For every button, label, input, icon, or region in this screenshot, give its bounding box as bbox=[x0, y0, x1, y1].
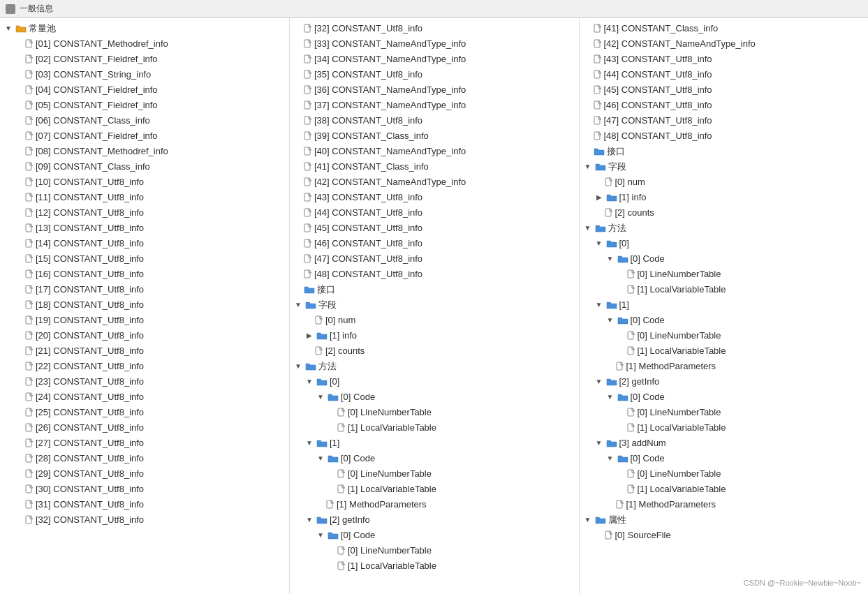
panel1-item[interactable]: [30] CONSTANT_Utf8_info bbox=[0, 482, 289, 497]
tree-row[interactable]: [0] num bbox=[290, 313, 579, 328]
tree-row[interactable]: ▼ 字段 bbox=[580, 159, 869, 175]
panel1-item[interactable]: [16] CONSTANT_Utf8_info bbox=[0, 267, 289, 282]
tree-row[interactable]: ▼ [0] Code bbox=[580, 313, 869, 328]
panel1-item[interactable]: [13] CONSTANT_Utf8_info bbox=[0, 221, 289, 236]
tree-row[interactable]: [47] CONSTANT_Utf8_info bbox=[580, 113, 869, 128]
tree-row[interactable]: ▼ 方法 bbox=[290, 359, 579, 374]
panel1-item[interactable]: [17] CONSTANT_Utf8_info bbox=[0, 282, 289, 297]
tree-row[interactable]: [42] CONSTANT_NameAndType_info bbox=[580, 36, 869, 52]
tree-root-constantpool[interactable]: ▼ 常量池 bbox=[0, 21, 289, 36]
tree-row[interactable]: [1] MethodParameters bbox=[580, 359, 869, 374]
tree-row[interactable]: ▼ [0] Code bbox=[580, 389, 869, 405]
tree-row[interactable]: [44] CONSTANT_Utf8_info bbox=[580, 67, 869, 82]
tree-row[interactable]: [1] LocalVariableTable bbox=[290, 558, 579, 574]
tree-row[interactable]: ▼ 字段 bbox=[290, 297, 579, 313]
panel1-item[interactable]: [18] CONSTANT_Utf8_info bbox=[0, 297, 289, 313]
tree-row[interactable]: [1] LocalVariableTable bbox=[290, 420, 579, 436]
panel1-item[interactable]: [15] CONSTANT_Utf8_info bbox=[0, 251, 289, 267]
tree-row[interactable]: ▼ 属性 bbox=[580, 512, 869, 528]
tree-row[interactable]: [43] CONSTANT_Utf8_info bbox=[290, 190, 579, 205]
panel1-item[interactable]: [01] CONSTANT_Methodref_info bbox=[0, 36, 289, 52]
tree-row[interactable]: ▼ [0] Code bbox=[580, 451, 869, 466]
tree-row[interactable]: [37] CONSTANT_NameAndType_info bbox=[290, 98, 579, 113]
panel1-item[interactable]: [28] CONSTANT_Utf8_info bbox=[0, 451, 289, 466]
tree-row[interactable]: ▼ [0] Code bbox=[290, 389, 579, 405]
tree-row[interactable]: [46] CONSTANT_Utf8_info bbox=[580, 98, 869, 113]
tree-row[interactable]: [32] CONSTANT_Utf8_info bbox=[290, 21, 579, 36]
panel1-item[interactable]: [24] CONSTANT_Utf8_info bbox=[0, 389, 289, 405]
tree-row[interactable]: ▼ [0] Code bbox=[580, 251, 869, 267]
tree-row[interactable]: ▼ [3] addNum bbox=[580, 436, 869, 451]
tree-row[interactable]: [1] LocalVariableTable bbox=[580, 343, 869, 359]
panel1-item[interactable]: [03] CONSTANT_String_info bbox=[0, 67, 289, 82]
panel1-item[interactable]: [27] CONSTANT_Utf8_info bbox=[0, 436, 289, 451]
panel1-item[interactable]: [20] CONSTANT_Utf8_info bbox=[0, 328, 289, 343]
tree-row[interactable]: [0] num bbox=[580, 175, 869, 190]
tree-row[interactable]: [46] CONSTANT_Utf8_info bbox=[290, 236, 579, 251]
tree-row[interactable]: [38] CONSTANT_Utf8_info bbox=[290, 113, 579, 128]
tree-row[interactable]: ▼ [1] bbox=[290, 436, 579, 451]
tree-row[interactable]: [1] LocalVariableTable bbox=[290, 482, 579, 497]
panel1-item[interactable]: [09] CONSTANT_Class_info bbox=[0, 159, 289, 175]
tree-row[interactable]: ▼ [0] Code bbox=[290, 451, 579, 466]
panel1-item[interactable]: [14] CONSTANT_Utf8_info bbox=[0, 236, 289, 251]
tree-row[interactable]: [48] CONSTANT_Utf8_info bbox=[290, 267, 579, 282]
tree-row[interactable]: [45] CONSTANT_Utf8_info bbox=[290, 221, 579, 236]
tree-row[interactable]: [1] LocalVariableTable bbox=[580, 282, 869, 297]
tree-row[interactable]: [0] LineNumberTable bbox=[580, 267, 869, 282]
panel1-item[interactable]: [08] CONSTANT_Methodref_info bbox=[0, 144, 289, 159]
tree-row[interactable]: [41] CONSTANT_Class_info bbox=[580, 21, 869, 36]
tree-row[interactable]: [34] CONSTANT_NameAndType_info bbox=[290, 52, 579, 67]
tree-row[interactable]: [0] LineNumberTable bbox=[580, 328, 869, 343]
tree-row[interactable]: ▼ [1] bbox=[580, 297, 869, 313]
panel1-item[interactable]: [31] CONSTANT_Utf8_info bbox=[0, 497, 289, 512]
tree-row[interactable]: [2] counts bbox=[580, 205, 869, 221]
tree-row[interactable]: ▼ [2] getInfo bbox=[290, 512, 579, 528]
panel1-item[interactable]: [22] CONSTANT_Utf8_info bbox=[0, 359, 289, 374]
tree-row[interactable]: [0] LineNumberTable bbox=[290, 543, 579, 558]
tree-row[interactable]: [1] MethodParameters bbox=[580, 497, 869, 512]
panel1-item[interactable]: [12] CONSTANT_Utf8_info bbox=[0, 205, 289, 221]
tree-row[interactable]: [1] LocalVariableTable bbox=[580, 420, 869, 436]
panel1-item[interactable]: [23] CONSTANT_Utf8_info bbox=[0, 374, 289, 389]
tree-row[interactable]: [47] CONSTANT_Utf8_info bbox=[290, 251, 579, 267]
panel1-item[interactable]: [26] CONSTANT_Utf8_info bbox=[0, 420, 289, 436]
tree-row[interactable]: [1] LocalVariableTable bbox=[580, 482, 869, 497]
tree-row[interactable]: [0] LineNumberTable bbox=[290, 405, 579, 420]
tree-row[interactable]: [44] CONSTANT_Utf8_info bbox=[290, 205, 579, 221]
panel1-item[interactable]: [10] CONSTANT_Utf8_info bbox=[0, 175, 289, 190]
tree-row[interactable]: ▼ [2] getInfo bbox=[580, 374, 869, 389]
panel1-item[interactable]: [06] CONSTANT_Class_info bbox=[0, 113, 289, 128]
panel1-item[interactable]: [25] CONSTANT_Utf8_info bbox=[0, 405, 289, 420]
tree-row[interactable]: ▼ 方法 bbox=[580, 221, 869, 236]
panel1-item[interactable]: [05] CONSTANT_Fieldref_info bbox=[0, 98, 289, 113]
panel1-item[interactable]: [02] CONSTANT_Fieldref_info bbox=[0, 52, 289, 67]
tree-row[interactable]: 接口 bbox=[580, 144, 869, 159]
panel1-item[interactable]: [19] CONSTANT_Utf8_info bbox=[0, 313, 289, 328]
tree-row[interactable]: [0] LineNumberTable bbox=[580, 405, 869, 420]
tree-row[interactable]: ▼ [0] bbox=[290, 374, 579, 389]
tree-row[interactable]: ▼ [0] Code bbox=[290, 528, 579, 543]
tree-row[interactable]: [42] CONSTANT_NameAndType_info bbox=[290, 175, 579, 190]
tree-row[interactable]: [43] CONSTANT_Utf8_info bbox=[580, 52, 869, 67]
tree-row[interactable]: [41] CONSTANT_Class_info bbox=[290, 159, 579, 175]
tree-row[interactable]: [48] CONSTANT_Utf8_info bbox=[580, 128, 869, 144]
tree-row[interactable]: ▶ [1] info bbox=[580, 190, 869, 205]
panel1-item[interactable]: [04] CONSTANT_Fieldref_info bbox=[0, 82, 289, 98]
tree-row[interactable]: [39] CONSTANT_Class_info bbox=[290, 128, 579, 144]
panel1-item[interactable]: [11] CONSTANT_Utf8_info bbox=[0, 190, 289, 205]
tree-row[interactable]: [0] LineNumberTable bbox=[580, 466, 869, 482]
tree-row[interactable]: [45] CONSTANT_Utf8_info bbox=[580, 82, 869, 98]
tree-row[interactable]: [33] CONSTANT_NameAndType_info bbox=[290, 36, 579, 52]
tree-row[interactable]: [36] CONSTANT_NameAndType_info bbox=[290, 82, 579, 98]
panel1-item[interactable]: [32] CONSTANT_Utf8_info bbox=[0, 512, 289, 528]
tree-row[interactable]: [2] counts bbox=[290, 343, 579, 359]
tree-row[interactable]: 接口 bbox=[290, 282, 579, 297]
tree-row[interactable]: [40] CONSTANT_NameAndType_info bbox=[290, 144, 579, 159]
tree-row[interactable]: [35] CONSTANT_Utf8_info bbox=[290, 67, 579, 82]
panel1-item[interactable]: [21] CONSTANT_Utf8_info bbox=[0, 343, 289, 359]
tree-row[interactable]: [0] SourceFile bbox=[580, 528, 869, 543]
tree-row[interactable]: [1] MethodParameters bbox=[290, 497, 579, 512]
tree-row[interactable]: [0] LineNumberTable bbox=[290, 466, 579, 482]
panel1-item[interactable]: [07] CONSTANT_Fieldref_info bbox=[0, 128, 289, 144]
